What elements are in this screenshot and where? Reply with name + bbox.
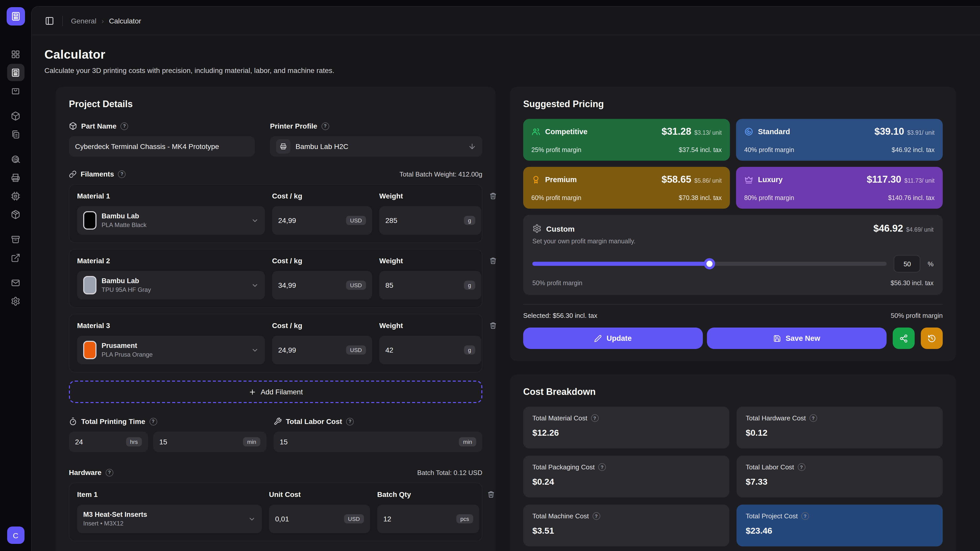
total-hardware-cost-tile: Total Hardware Cost? $0.12 bbox=[737, 407, 943, 448]
margin-slider-thumb[interactable] bbox=[704, 258, 715, 269]
sidebar-item-dashboard[interactable] bbox=[7, 45, 24, 63]
custom-margin: 50% profit margin bbox=[532, 279, 582, 287]
tile-label: Total Project Cost bbox=[746, 512, 798, 520]
filament-3-select[interactable]: PrusamentPLA Prusa Orange bbox=[77, 336, 265, 364]
breadcrumb-general[interactable]: General bbox=[71, 17, 97, 25]
sidebar-item-orders[interactable] bbox=[7, 82, 24, 100]
filament-1-cost-value: 24,99 bbox=[278, 216, 346, 224]
sidebar-item-mail[interactable] bbox=[7, 274, 24, 291]
tier-margin: 25% profit margin bbox=[531, 146, 581, 154]
tier-per-unit: $3.91/ unit bbox=[907, 130, 935, 136]
filament-1-cost-input[interactable]: 24,99USD bbox=[272, 206, 372, 235]
sidebar-item-documents[interactable] bbox=[7, 125, 24, 143]
filament-3-weight-value: 42 bbox=[385, 346, 464, 354]
tile-value: $7.33 bbox=[746, 477, 934, 487]
printing-hours-input[interactable]: 24hrs bbox=[69, 432, 148, 452]
tile-value: $0.12 bbox=[746, 428, 934, 438]
sidebar-item-filaments[interactable] bbox=[7, 151, 24, 168]
hardware-cost-help-icon[interactable]: ? bbox=[810, 414, 817, 422]
filament-1-select[interactable]: Bambu LabPLA Matte Black bbox=[77, 206, 265, 235]
pricing-tier-competitive[interactable]: Competitive $31.28$3.13/ unit 25% profit… bbox=[523, 119, 730, 161]
material-cost-help-icon[interactable]: ? bbox=[591, 414, 598, 422]
filament-3-cost-input[interactable]: 24,99USD bbox=[272, 336, 372, 364]
packaging-cost-help-icon[interactable]: ? bbox=[598, 463, 606, 471]
total-batch-weight: Total Batch Weight: 412.00g bbox=[399, 170, 482, 178]
selected-margin: 50% profit margin bbox=[891, 312, 943, 319]
chevron-down-icon bbox=[251, 217, 259, 224]
machine-cost-help-icon[interactable]: ? bbox=[592, 512, 600, 520]
hardware-item-1-cost-input[interactable]: 0,01USD bbox=[269, 505, 370, 533]
printer-profile-help-icon[interactable]: ? bbox=[321, 122, 329, 130]
share-button[interactable] bbox=[893, 327, 915, 349]
sidebar-item-archive[interactable] bbox=[7, 230, 24, 248]
sidebar-nav bbox=[7, 45, 24, 310]
sidebar-item-printers[interactable] bbox=[7, 169, 24, 186]
calculator-icon bbox=[11, 68, 21, 77]
filaments-help-icon[interactable]: ? bbox=[118, 170, 126, 178]
topbar: General › Calculator bbox=[32, 6, 980, 35]
hardware-help-icon[interactable]: ? bbox=[106, 468, 113, 476]
documents-icon bbox=[11, 129, 21, 139]
sidebar-item-settings[interactable] bbox=[7, 292, 24, 310]
margin-percent-input[interactable]: 50 bbox=[894, 255, 921, 272]
save-icon bbox=[773, 334, 781, 342]
hardware-batch-total: Batch Total: 0.12 USD bbox=[417, 468, 482, 476]
labor-cost-input[interactable]: 15min bbox=[274, 432, 482, 452]
save-new-button[interactable]: Save New bbox=[707, 327, 886, 349]
margin-slider[interactable] bbox=[532, 258, 887, 269]
printing-minutes-value: 15 bbox=[159, 438, 243, 446]
tile-label: Total Machine Cost bbox=[532, 512, 589, 520]
filament-3-weight-input[interactable]: 42g bbox=[379, 336, 481, 364]
tier-margin: 80% profit margin bbox=[744, 194, 794, 202]
hardware-item-1-qty-input[interactable]: 12pcs bbox=[377, 505, 479, 533]
sidebar-item-packaging[interactable] bbox=[7, 206, 24, 223]
weight-header: Weight bbox=[379, 321, 481, 330]
batch-qty-header: Batch Qty bbox=[377, 490, 479, 499]
labor-cost-breakdown-help-icon[interactable]: ? bbox=[797, 463, 805, 471]
app-logo-calculator-icon[interactable] bbox=[6, 7, 25, 25]
delete-material-3-button[interactable] bbox=[488, 321, 498, 330]
tier-name: Competitive bbox=[545, 127, 587, 136]
chevron-down-icon bbox=[251, 281, 259, 289]
filament-2-select[interactable]: Bambu LabTPU 95A HF Gray bbox=[77, 271, 265, 300]
update-button[interactable]: Update bbox=[523, 327, 703, 349]
filament-2-weight-input[interactable]: 85g bbox=[379, 271, 481, 300]
delete-material-2-button[interactable] bbox=[488, 256, 498, 265]
filament-2-name: TPU 95A HF Gray bbox=[102, 286, 151, 293]
pricing-tier-premium[interactable]: Premium $58.65$5.86/ unit 60% profit mar… bbox=[523, 167, 730, 209]
sidebar-item-export[interactable] bbox=[7, 249, 24, 266]
sidebar-item-models[interactable] bbox=[7, 107, 24, 124]
trash-icon bbox=[490, 192, 496, 200]
pricing-tier-standard[interactable]: Standard $39.10$3.91/ unit 40% profit ma… bbox=[736, 119, 943, 161]
page-subtitle: Calculate your 3D printing costs with pr… bbox=[45, 66, 967, 75]
users-icon bbox=[531, 127, 541, 136]
filament-1-weight-input[interactable]: 285g bbox=[379, 206, 481, 235]
user-avatar[interactable]: C bbox=[7, 527, 24, 544]
delete-material-1-button[interactable] bbox=[488, 191, 498, 200]
printer-profile-select[interactable]: Bambu Lab H2C bbox=[270, 136, 482, 157]
box-icon bbox=[69, 122, 77, 130]
hardware-item-1-select[interactable]: M3 Heat-Set InsertsInsert • M3X12 bbox=[77, 505, 262, 533]
pricing-tier-luxury[interactable]: Luxury $117.30$11.73/ unit 80% profit ma… bbox=[736, 167, 943, 209]
sidebar-toggle-button[interactable] bbox=[45, 16, 54, 25]
labor-cost-help-icon[interactable]: ? bbox=[346, 418, 354, 425]
printing-time-help-icon[interactable]: ? bbox=[149, 418, 157, 425]
hardware-item-1-name: M3 Heat-Set Inserts bbox=[83, 511, 147, 518]
sidebar-item-hardware[interactable] bbox=[7, 187, 24, 205]
part-name-help-icon[interactable]: ? bbox=[121, 122, 128, 130]
total-labor-cost-tile: Total Labor Cost? $7.33 bbox=[737, 456, 943, 497]
printing-minutes-input[interactable]: 15min bbox=[153, 432, 266, 452]
material-2-label: Material 2 bbox=[77, 257, 265, 265]
pricing-divider bbox=[523, 304, 943, 305]
tier-tax: $140.76 incl. tax bbox=[888, 194, 935, 202]
add-filament-button[interactable]: Add Filament bbox=[69, 381, 482, 403]
part-name-input[interactable]: Cyberdeck Terminal Chassis - MK4 Prototy… bbox=[69, 136, 255, 157]
project-cost-help-icon[interactable]: ? bbox=[801, 512, 809, 520]
sidebar-item-calculator[interactable] bbox=[7, 64, 24, 81]
printer-icon bbox=[276, 139, 290, 154]
history-button[interactable] bbox=[921, 327, 943, 349]
tier-name: Luxury bbox=[758, 176, 783, 184]
filament-2-cost-input[interactable]: 34,99USD bbox=[272, 271, 372, 300]
delete-hardware-1-button[interactable] bbox=[487, 490, 496, 499]
pencil-icon bbox=[594, 334, 602, 342]
